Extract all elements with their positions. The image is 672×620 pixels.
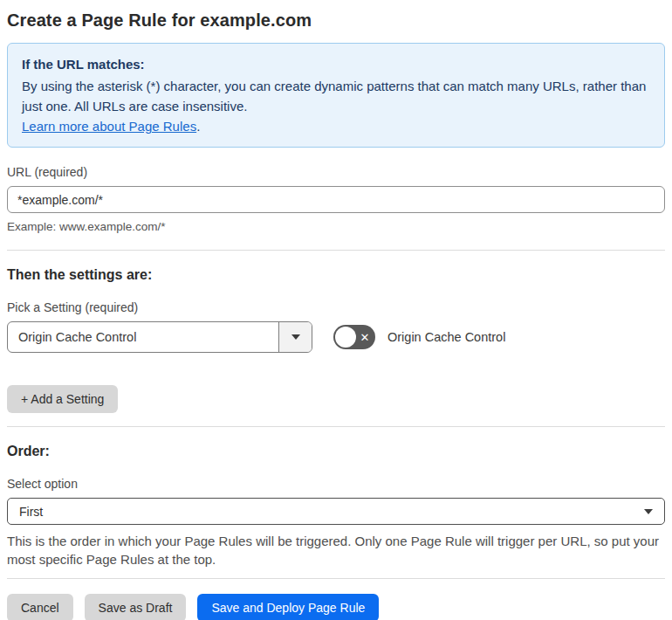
setting-select-value: Origin Cache Control: [8, 322, 278, 352]
link-period: .: [196, 119, 200, 134]
cancel-button[interactable]: Cancel: [7, 594, 73, 620]
order-select[interactable]: First: [7, 498, 665, 525]
save-and-deploy-button[interactable]: Save and Deploy Page Rule: [197, 594, 379, 620]
divider: [7, 426, 665, 427]
url-field-label: URL (required): [7, 165, 665, 179]
learn-more-link[interactable]: Learn more about Page Rules: [22, 119, 196, 134]
create-page-rule-form: Create a Page Rule for example.com If th…: [0, 0, 672, 620]
toggle-label: Origin Cache Control: [387, 330, 505, 344]
toggle-knob: [335, 327, 356, 348]
save-as-draft-button[interactable]: Save as Draft: [85, 594, 187, 620]
order-heading: Order:: [7, 444, 665, 459]
add-setting-button[interactable]: + Add a Setting: [7, 385, 118, 413]
url-input[interactable]: [7, 186, 665, 213]
info-box-link-line: Learn more about Page Rules.: [22, 116, 650, 136]
settings-heading: Then the settings are:: [7, 267, 665, 283]
order-help-text: This is the order in which your Page Rul…: [7, 532, 665, 568]
divider: [7, 578, 665, 579]
chevron-down-icon: [644, 509, 653, 514]
url-match-info-box: If the URL matches: By using the asteris…: [7, 43, 665, 148]
origin-cache-control-toggle[interactable]: ✕: [333, 325, 375, 349]
x-icon: ✕: [354, 325, 375, 349]
setting-select-arrow-button[interactable]: [278, 322, 312, 352]
divider: [7, 250, 665, 251]
order-select-label: Select option: [7, 477, 665, 491]
info-box-heading: If the URL matches:: [22, 54, 650, 74]
setting-row: Origin Cache Control ✕ Origin Cache Cont…: [7, 321, 665, 353]
form-actions: Cancel Save as Draft Save and Deploy Pag…: [7, 594, 665, 620]
setting-select[interactable]: Origin Cache Control: [7, 321, 312, 353]
info-box-body: By using the asterisk (*) character, you…: [22, 76, 650, 116]
page-title: Create a Page Rule for example.com: [7, 10, 665, 31]
url-example-text: Example: www.example.com/*: [7, 220, 665, 233]
order-select-value: First: [19, 505, 644, 519]
chevron-down-icon: [291, 334, 300, 340]
pick-setting-label: Pick a Setting (required): [7, 300, 665, 314]
